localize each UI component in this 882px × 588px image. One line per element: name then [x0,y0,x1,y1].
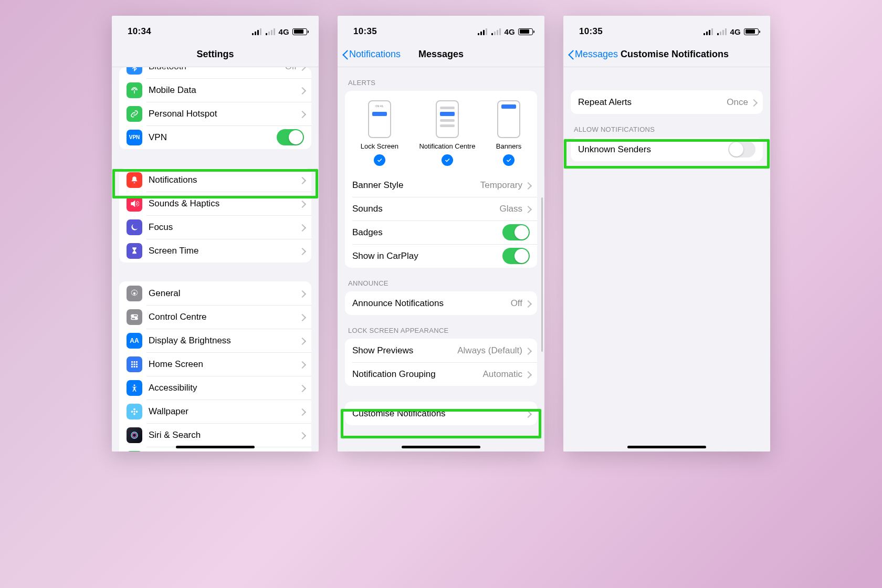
messages-settings[interactable]: ALERTS 09:41 Lock Screen Notification Ce… [338,67,544,452]
row-wallpaper[interactable]: Wallpaper [119,400,311,423]
section-alerts: ALERTS [338,67,544,91]
chevron-right-icon [300,87,304,94]
svg-rect-10 [136,363,138,365]
row-value: Off [511,298,522,309]
row-sounds[interactable]: Sounds Glass [345,197,537,220]
chevron-right-icon [300,224,304,231]
switches-icon [127,309,142,325]
chevron-right-icon [526,182,530,189]
section-allow: ALLOW NOTIFICATIONS [563,114,770,138]
group-connectivity: Bluetooth Off Mobile Data Personal Hotsp… [119,67,311,149]
page-title: Settings [196,49,234,60]
vpn-toggle[interactable] [277,129,304,145]
navbar: Settings [112,42,319,67]
svg-rect-5 [131,361,133,363]
navbar: Messages Customise Notifications [563,42,770,67]
row-repeat-alerts[interactable]: Repeat Alerts Once [571,90,763,114]
chevron-right-icon [300,408,304,415]
chevron-right-icon [300,290,304,297]
row-banner-style[interactable]: Banner Style Temporary [345,173,537,197]
chevron-left-icon [342,49,348,60]
alert-banners[interactable]: Banners [496,100,521,166]
hourglass-icon [127,243,142,259]
signal-icon [478,28,487,35]
row-general[interactable]: General [119,281,311,305]
status-time: 10:34 [128,26,151,37]
row-screentime[interactable]: Screen Time [119,239,311,262]
alert-label: Banners [496,142,521,150]
row-mobile-data[interactable]: Mobile Data [119,78,311,102]
row-hotspot[interactable]: Personal Hotspot [119,102,311,125]
signal2-icon [717,28,727,35]
row-siri-search[interactable]: Siri & Search [119,423,311,447]
network-label: 4G [278,27,289,36]
carplay-toggle[interactable] [502,248,530,264]
row-label: Siri & Search [149,430,300,440]
alert-lockscreen[interactable]: 09:41 Lock Screen [361,100,398,166]
vpn-icon: VPN [127,130,142,145]
row-badges[interactable]: Badges [345,220,537,244]
row-control-centre[interactable]: Control Centre [119,305,311,329]
grid-icon [127,356,142,372]
chevron-right-icon [300,67,304,70]
flower-icon [127,404,142,419]
row-label: VPN [149,132,277,143]
status-right: 4G [478,27,533,36]
row-customise-notifications[interactable]: Customise Notifications [345,402,537,425]
row-label: Show in CarPlay [352,251,502,261]
row-label: Sounds & Haptics [149,198,300,209]
row-notifications[interactable]: Notifications [119,168,311,192]
chevron-right-icon [526,300,530,307]
row-announce[interactable]: Announce Notifications Off [345,291,537,315]
row-display-brightness[interactable]: AA Display & Brightness [119,329,311,352]
back-button[interactable]: Messages [568,42,618,67]
row-show-previews[interactable]: Show Previews Always (Default) [345,339,537,362]
chevron-right-icon [300,176,304,184]
row-notification-grouping[interactable]: Notification Grouping Automatic [345,362,537,386]
row-bluetooth[interactable]: Bluetooth Off [119,67,311,78]
row-label: Display & Brightness [149,335,300,346]
row-vpn[interactable]: VPN VPN [119,125,311,149]
chevron-right-icon [526,371,530,378]
speaker-icon [127,196,142,212]
row-sounds[interactable]: Sounds & Haptics [119,192,311,215]
row-focus[interactable]: Focus [119,215,311,239]
row-label: Focus [149,222,300,233]
home-indicator [176,446,255,448]
back-button[interactable]: Notifications [342,42,401,67]
svg-point-2 [132,315,134,317]
status-right: 4G [252,27,307,36]
navbar: Notifications Messages [338,42,544,67]
row-accessibility[interactable]: Accessibility [119,376,311,400]
row-unknown-senders[interactable]: Unknown Senders [571,138,763,161]
person-icon [127,380,142,396]
svg-point-0 [133,292,136,295]
back-label: Notifications [349,49,401,60]
alert-notification-centre[interactable]: Notification Centre [419,100,475,166]
row-label: Badges [352,227,502,238]
settings-list[interactable]: Bluetooth Off Mobile Data Personal Hotsp… [112,67,319,452]
scroll-indicator [541,78,543,420]
badges-toggle[interactable] [502,224,530,240]
check-icon[interactable] [374,154,385,166]
unknown-senders-toggle[interactable] [728,141,755,158]
page-title: Messages [418,49,464,60]
chevron-right-icon [751,99,755,106]
check-icon[interactable] [503,154,514,166]
check-icon[interactable] [442,154,453,166]
signal-icon [704,28,713,35]
customise-settings[interactable]: Repeat Alerts Once ALLOW NOTIFICATIONS U… [563,67,770,452]
network-label: 4G [730,27,741,36]
phone-customise: 10:35 4G Messages Customise Notification… [563,16,770,452]
row-label: Banner Style [352,180,480,191]
siri-icon [127,427,142,443]
row-home-screen[interactable]: Home Screen [119,352,311,376]
section-announce: ANNOUNCE [338,268,544,291]
link-icon [127,106,142,122]
status-time: 10:35 [353,26,377,37]
moon-icon [127,219,142,235]
status-bar: 10:35 4G [563,16,770,42]
row-carplay[interactable]: Show in CarPlay [345,244,537,268]
svg-rect-9 [134,363,135,365]
network-label: 4G [504,27,515,36]
